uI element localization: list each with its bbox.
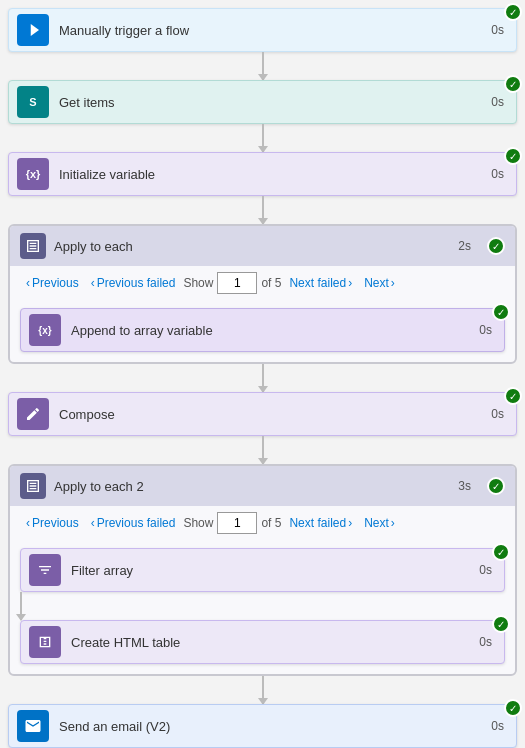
next-failed-btn-2[interactable]: Next failed ›	[285, 514, 356, 532]
prev-failed-chevron-2: ‹	[91, 516, 95, 530]
init-var-duration: 0s	[491, 167, 504, 181]
append-duration: 0s	[479, 323, 492, 337]
apply-each-1-label: Apply to each	[54, 239, 450, 254]
compose-duration: 0s	[491, 407, 504, 421]
variable-icon: {x}	[17, 158, 49, 190]
filter-check: ✓	[492, 543, 510, 561]
apply-each-2-container: Apply to each 2 3s ✓ ‹ Previous ‹ Previo…	[8, 464, 517, 676]
html-label: Create HTML table	[71, 635, 479, 650]
connector-inner-1	[20, 592, 22, 620]
trigger-duration: 0s	[491, 23, 504, 37]
step-wrapper-get-items: S Get items 0s ✓	[8, 80, 517, 124]
get-items-duration: 0s	[491, 95, 504, 109]
apply-each-1-header[interactable]: Apply to each 2s ✓	[10, 226, 515, 266]
step-card-append[interactable]: {x} Append to array variable 0s ✓	[20, 308, 505, 352]
init-var-check: ✓	[504, 147, 522, 165]
apply-each-2-header[interactable]: Apply to each 2 3s ✓	[10, 466, 515, 506]
step-card-email[interactable]: Send an email (V2) 0s ✓	[8, 704, 517, 748]
prev-label-1: Previous	[32, 276, 79, 290]
html-duration: 0s	[479, 635, 492, 649]
next-failed-chevron-2: ›	[348, 516, 352, 530]
email-check: ✓	[504, 699, 522, 717]
prev-chevron-2: ‹	[26, 516, 30, 530]
of-label-2: of 5	[261, 516, 281, 530]
step-card-filter[interactable]: Filter array 0s ✓	[20, 548, 505, 592]
connector-2	[262, 124, 264, 152]
apply-each-2-check: ✓	[487, 477, 505, 495]
sharepoint-icon: S	[17, 86, 49, 118]
trigger-check: ✓	[504, 3, 522, 21]
next-label-1: Next	[364, 276, 389, 290]
apply-each-1-icon	[20, 233, 46, 259]
next-failed-label-1: Next failed	[289, 276, 346, 290]
next-failed-label-2: Next failed	[289, 516, 346, 530]
next-chevron-1: ›	[391, 276, 395, 290]
filter-label: Filter array	[71, 563, 479, 578]
apply-each-1-container: Apply to each 2s ✓ ‹ Previous ‹ Previous…	[8, 224, 517, 364]
step-card-trigger[interactable]: Manually trigger a flow 0s ✓	[8, 8, 517, 52]
append-check: ✓	[492, 303, 510, 321]
step-card-compose[interactable]: Compose 0s ✓	[8, 392, 517, 436]
trigger-label: Manually trigger a flow	[59, 23, 491, 38]
prev-failed-btn-2[interactable]: ‹ Previous failed	[87, 514, 180, 532]
apply-each-2-duration: 3s	[458, 479, 471, 493]
flow-container: Manually trigger a flow 0s ✓ S Get items…	[8, 8, 517, 748]
append-label: Append to array variable	[71, 323, 479, 338]
apply-each-2-icon	[20, 473, 46, 499]
apply-each-1-duration: 2s	[458, 239, 471, 253]
email-icon	[17, 710, 49, 742]
step-wrapper-init-var: {x} Initialize variable 0s ✓	[8, 152, 517, 196]
pagination-bar-2: ‹ Previous ‹ Previous failed Show of 5 N…	[10, 506, 515, 540]
append-icon: {x}	[29, 314, 61, 346]
get-items-label: Get items	[59, 95, 491, 110]
next-failed-chevron-1: ›	[348, 276, 352, 290]
prev-failed-label-2: Previous failed	[97, 516, 176, 530]
next-chevron-2: ›	[391, 516, 395, 530]
pagination-bar-1: ‹ Previous ‹ Previous failed Show of 5 N…	[10, 266, 515, 300]
page-input-2[interactable]	[217, 512, 257, 534]
filter-duration: 0s	[479, 563, 492, 577]
step-card-init-var[interactable]: {x} Initialize variable 0s ✓	[8, 152, 517, 196]
show-label-1: Show	[183, 276, 213, 290]
next-btn-1[interactable]: Next ›	[360, 274, 399, 292]
compose-label: Compose	[59, 407, 491, 422]
connector-6	[262, 676, 264, 704]
prev-failed-label-1: Previous failed	[97, 276, 176, 290]
page-input-1[interactable]	[217, 272, 257, 294]
connector-3	[262, 196, 264, 224]
prev-failed-btn-1[interactable]: ‹ Previous failed	[87, 274, 180, 292]
connector-4	[262, 364, 264, 392]
step-wrapper-email: Send an email (V2) 0s ✓	[8, 704, 517, 748]
html-check: ✓	[492, 615, 510, 633]
prev-failed-chevron-1: ‹	[91, 276, 95, 290]
next-failed-btn-1[interactable]: Next failed ›	[285, 274, 356, 292]
next-label-2: Next	[364, 516, 389, 530]
step-card-html[interactable]: Create HTML table 0s ✓	[20, 620, 505, 664]
get-items-check: ✓	[504, 75, 522, 93]
prev-btn-2[interactable]: ‹ Previous	[22, 514, 83, 532]
init-var-label: Initialize variable	[59, 167, 491, 182]
apply-each-1-check: ✓	[487, 237, 505, 255]
step-card-get-items[interactable]: S Get items 0s ✓	[8, 80, 517, 124]
connector-5	[262, 436, 264, 464]
of-label-1: of 5	[261, 276, 281, 290]
html-icon	[29, 626, 61, 658]
step-wrapper-trigger: Manually trigger a flow 0s ✓	[8, 8, 517, 52]
prev-label-2: Previous	[32, 516, 79, 530]
apply-each-2-inner: Filter array 0s ✓ Create HTML table 0s ✓	[10, 540, 515, 664]
connector-1	[262, 52, 264, 80]
prev-chevron-1: ‹	[26, 276, 30, 290]
trigger-icon	[17, 14, 49, 46]
step-wrapper-compose: Compose 0s ✓	[8, 392, 517, 436]
apply-each-2-label: Apply to each 2	[54, 479, 450, 494]
compose-check: ✓	[504, 387, 522, 405]
email-duration: 0s	[491, 719, 504, 733]
show-label-2: Show	[183, 516, 213, 530]
apply-each-1-inner: {x} Append to array variable 0s ✓	[10, 300, 515, 352]
prev-btn-1[interactable]: ‹ Previous	[22, 274, 83, 292]
compose-icon	[17, 398, 49, 430]
filter-icon	[29, 554, 61, 586]
next-btn-2[interactable]: Next ›	[360, 514, 399, 532]
email-label: Send an email (V2)	[59, 719, 491, 734]
